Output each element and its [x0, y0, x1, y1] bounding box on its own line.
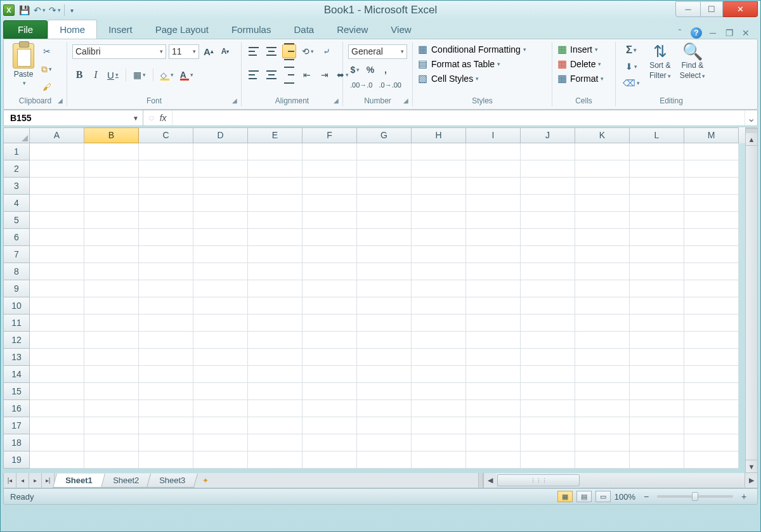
- increase-decimal-icon[interactable]: .00→.0: [348, 78, 374, 92]
- cell[interactable]: [575, 434, 630, 451]
- copy-icon[interactable]: ⧉▾: [39, 62, 54, 76]
- zoom-level[interactable]: 100%: [615, 492, 635, 502]
- cell[interactable]: [521, 263, 575, 280]
- sheet-tab-sheet3[interactable]: Sheet3: [146, 474, 198, 488]
- cell[interactable]: [412, 451, 466, 469]
- scroll-left-icon[interactable]: ◀: [483, 473, 496, 488]
- cell[interactable]: [684, 366, 739, 383]
- cell[interactable]: [575, 160, 630, 178]
- tab-insert[interactable]: Insert: [97, 20, 144, 39]
- cell[interactable]: [139, 434, 193, 451]
- font-launcher-icon[interactable]: ◢: [232, 97, 237, 104]
- cell[interactable]: [248, 451, 302, 469]
- cell[interactable]: [248, 212, 302, 229]
- cell[interactable]: [412, 195, 466, 212]
- cell[interactable]: [357, 143, 412, 160]
- cell[interactable]: [84, 246, 139, 263]
- cell[interactable]: [575, 212, 630, 229]
- cell[interactable]: [30, 349, 84, 366]
- cell[interactable]: [630, 178, 684, 195]
- normal-view-icon[interactable]: ▦: [557, 491, 573, 502]
- cell[interactable]: [139, 400, 193, 417]
- row-header-2[interactable]: 2: [3, 160, 30, 178]
- cell[interactable]: [30, 434, 84, 451]
- cell[interactable]: [248, 315, 302, 332]
- row-header-12[interactable]: 12: [3, 332, 30, 349]
- cell[interactable]: [630, 212, 684, 229]
- cell[interactable]: [139, 315, 193, 332]
- cell[interactable]: [248, 195, 302, 212]
- cell[interactable]: [412, 280, 466, 297]
- align-right-icon[interactable]: [282, 68, 296, 82]
- column-header-G[interactable]: G: [357, 127, 412, 143]
- cell[interactable]: [521, 143, 575, 160]
- new-sheet-icon[interactable]: ✦: [195, 473, 216, 488]
- cell[interactable]: [466, 178, 521, 195]
- cell[interactable]: [521, 383, 575, 400]
- cell[interactable]: [684, 178, 739, 195]
- clipboard-launcher-icon[interactable]: ◢: [58, 97, 63, 104]
- zoom-slider-thumb[interactable]: [692, 492, 698, 501]
- number-launcher-icon[interactable]: ◢: [403, 97, 408, 104]
- cell[interactable]: [412, 332, 466, 349]
- cell[interactable]: [84, 229, 139, 246]
- row-header-9[interactable]: 9: [3, 280, 30, 297]
- align-bottom-icon[interactable]: [282, 44, 296, 58]
- cell[interactable]: [248, 366, 302, 383]
- cell[interactable]: [193, 246, 248, 263]
- cell[interactable]: [521, 246, 575, 263]
- cell[interactable]: [84, 366, 139, 383]
- cell[interactable]: [302, 143, 357, 160]
- cell[interactable]: [248, 143, 302, 160]
- cell[interactable]: [139, 160, 193, 178]
- align-center-icon[interactable]: [264, 68, 278, 82]
- cell[interactable]: [248, 263, 302, 280]
- row-header-14[interactable]: 14: [3, 366, 30, 383]
- name-box-dropdown-icon[interactable]: ▼: [133, 115, 139, 122]
- minimize-ribbon-icon[interactable]: ˆ: [674, 27, 686, 39]
- cell[interactable]: [193, 315, 248, 332]
- cell[interactable]: [139, 297, 193, 315]
- delete-cells-button[interactable]: ▦Delete▾: [557, 58, 610, 70]
- cell[interactable]: [357, 195, 412, 212]
- cell-styles-button[interactable]: ▧Cell Styles▾: [418, 72, 547, 84]
- cell[interactable]: [30, 160, 84, 178]
- cell[interactable]: [466, 315, 521, 332]
- cell[interactable]: [84, 400, 139, 417]
- cell[interactable]: [30, 229, 84, 246]
- cell[interactable]: [684, 143, 739, 160]
- increase-indent-icon[interactable]: ⇥: [318, 68, 332, 82]
- cell[interactable]: [139, 212, 193, 229]
- column-header-L[interactable]: L: [630, 127, 684, 143]
- cell[interactable]: [466, 417, 521, 434]
- cell[interactable]: [466, 229, 521, 246]
- cell[interactable]: [630, 297, 684, 315]
- excel-logo-icon[interactable]: X: [3, 4, 15, 16]
- cell[interactable]: [684, 229, 739, 246]
- cell[interactable]: [30, 246, 84, 263]
- scroll-down-icon[interactable]: ▼: [746, 460, 757, 472]
- cell[interactable]: [357, 280, 412, 297]
- cell[interactable]: [466, 400, 521, 417]
- sheet-tab-sheet2[interactable]: Sheet2: [100, 474, 152, 488]
- h-scroll-thumb[interactable]: ⋮⋮⋮: [497, 474, 580, 486]
- cell[interactable]: [575, 383, 630, 400]
- alignment-launcher-icon[interactable]: ◢: [334, 97, 339, 104]
- horizontal-scrollbar[interactable]: ◀ ⋮⋮⋮ ▶: [478, 473, 757, 488]
- cell[interactable]: [30, 315, 84, 332]
- cell[interactable]: [684, 246, 739, 263]
- qat-customize-icon[interactable]: ▾: [64, 4, 75, 16]
- align-top-icon[interactable]: [247, 44, 261, 58]
- cell[interactable]: [630, 417, 684, 434]
- cell[interactable]: [193, 229, 248, 246]
- cell[interactable]: [630, 280, 684, 297]
- wrap-text-icon[interactable]: ⤶: [320, 44, 334, 58]
- tab-page-layout[interactable]: Page Layout: [144, 20, 220, 39]
- decrease-font-icon[interactable]: A▾: [218, 44, 232, 58]
- cell[interactable]: [357, 297, 412, 315]
- row-header-13[interactable]: 13: [3, 349, 30, 366]
- cell[interactable]: [193, 383, 248, 400]
- tab-view[interactable]: View: [379, 20, 422, 39]
- cell[interactable]: [575, 366, 630, 383]
- column-header-B[interactable]: B: [84, 127, 139, 143]
